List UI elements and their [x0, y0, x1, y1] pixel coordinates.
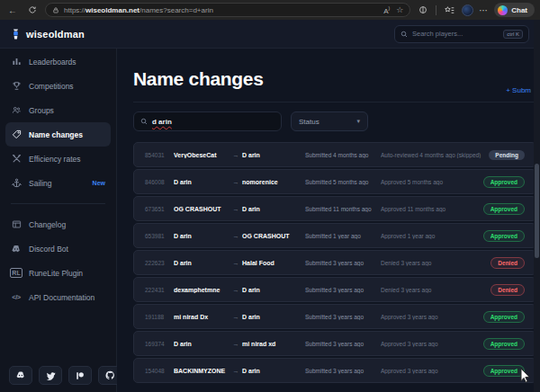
row-new-name: D arin — [242, 368, 305, 374]
browser-copilot-icon[interactable] — [416, 3, 430, 17]
row-new-name: OG CRASHOUT — [242, 233, 305, 239]
row-status-badge: Denied — [490, 257, 525, 269]
name-change-row[interactable]: 191188 mi nirad Dx → D arin Submitted 3 … — [133, 304, 536, 329]
row-id: 222431 — [145, 287, 174, 293]
patreon-link-button[interactable] — [68, 366, 92, 385]
wiseoldman-logo-icon — [11, 28, 21, 40]
row-new-name: D arin — [242, 152, 305, 158]
row-status-badge: Approved — [483, 176, 525, 188]
favorites-bar-icon[interactable] — [442, 3, 456, 17]
sidebar-divider — [11, 203, 105, 204]
search-shortcut-badge: ctrl K — [503, 30, 523, 39]
status-filter-dropdown[interactable]: Status ▾ — [291, 111, 368, 131]
name-change-row[interactable]: 222623 D arin → Halal Food Submitted 3 y… — [133, 250, 536, 275]
name-change-row[interactable]: 846008 D arin → nomorenice Submitted 5 m… — [133, 169, 536, 194]
title-divider — [133, 102, 536, 102]
discord-link-button[interactable] — [9, 366, 32, 385]
arrow-right-icon: → — [230, 178, 242, 186]
row-new-name: D arin — [242, 206, 305, 212]
row-submitted: Submitted 3 years ago — [305, 368, 381, 374]
row-old-name: VeryObeseCat — [174, 152, 230, 158]
row-status-badge: Approved — [483, 311, 525, 323]
row-new-name: Halal Food — [242, 260, 305, 266]
row-old-name: dexamphetmne — [174, 287, 230, 293]
changelog-icon — [11, 219, 22, 230]
row-status-badge: Approved — [483, 230, 525, 242]
sidebar-item-name-changes[interactable]: Name changes — [5, 122, 111, 147]
row-reviewed: Approved 3 years ago — [381, 341, 478, 347]
toolbar-divider — [436, 5, 436, 15]
browser-back-button[interactable]: ← — [5, 3, 20, 17]
row-id: 191188 — [145, 314, 174, 320]
sidebar-item-leaderboards[interactable]: Leaderboards — [0, 49, 116, 74]
sidebar-item-discord-bot[interactable]: Discord Bot — [0, 236, 116, 261]
row-status-badge: Approved — [483, 365, 525, 377]
name-change-row[interactable]: 169374 D arin → mi nirad xd Submitted 3 … — [133, 331, 536, 356]
submit-name-change-link[interactable]: + Subm — [506, 86, 531, 94]
search-icon — [140, 118, 148, 125]
player-search-input[interactable]: Search players... ctrl K — [394, 25, 529, 43]
row-id: 169374 — [145, 341, 174, 347]
site-header: wiseoldman Search players... ctrl K — [0, 20, 540, 49]
twitter-link-button[interactable] — [39, 366, 62, 385]
row-id: 222623 — [145, 260, 174, 266]
arrow-right-icon: → — [230, 259, 242, 267]
main-content: Name changes + Subm d arin Status ▾ 8540… — [117, 49, 540, 392]
new-badge: New — [93, 180, 105, 186]
row-old-name: D arin — [174, 179, 230, 185]
search-icon — [400, 31, 408, 38]
sidebar-item-api-documentation[interactable]: </> API Documentation — [0, 285, 116, 309]
sidebar-item-sailing[interactable]: Sailing New — [0, 171, 116, 195]
browser-profile-avatar[interactable] — [462, 4, 473, 16]
name-change-row[interactable]: 673651 OG CRASHOUT → D arin Submitted 11… — [133, 196, 536, 221]
sidebar-item-changelog[interactable]: Changelog — [0, 212, 116, 236]
row-reviewed: Approved 5 months ago — [381, 179, 478, 185]
row-reviewed: Approved 3 years ago — [381, 314, 478, 320]
sidebar-item-groups[interactable]: Groups — [0, 98, 116, 122]
name-change-row[interactable]: 653981 D arin → OG CRASHOUT Submitted 1 … — [133, 223, 536, 248]
row-reviewed: Denied 3 years ago — [381, 260, 485, 266]
groups-icon — [11, 105, 22, 116]
row-status-badge: Pending — [489, 150, 525, 160]
arrow-right-icon: → — [230, 286, 242, 294]
chevron-down-icon: ▾ — [356, 118, 360, 125]
brand-home-link[interactable]: wiseoldman — [11, 28, 85, 40]
sidebar-item-efficiency-rates[interactable]: Efficiency rates — [0, 147, 116, 171]
url-text: https://wiseoldman.net/names?search=d+ar… — [64, 6, 379, 14]
row-id: 846008 — [145, 179, 174, 185]
browser-menu-icon[interactable]: ⋯ — [479, 5, 489, 15]
row-submitted: Submitted 4 months ago — [305, 152, 381, 158]
lock-icon — [52, 6, 59, 14]
discord-icon — [11, 244, 22, 254]
row-old-name: mi nirad Dx — [174, 314, 230, 320]
row-submitted: Submitted 5 months ago — [305, 179, 381, 185]
row-reviewed: Approved 1 year ago — [381, 233, 478, 239]
sidebar-item-runelite-plugin[interactable]: RL RuneLite Plugin — [0, 261, 116, 285]
browser-toolbar: ← https://wiseoldman.net/names?search=d+… — [0, 0, 540, 20]
row-submitted: Submitted 11 months ago — [305, 206, 381, 212]
browser-reload-button[interactable] — [25, 3, 40, 17]
row-submitted: Submitted 3 years ago — [305, 314, 381, 320]
name-change-row[interactable]: 154048 BACKINMYZONE → D arin Submitted 3… — [133, 358, 536, 383]
row-id: 154048 — [145, 368, 174, 374]
read-aloud-icon[interactable]: A) — [383, 5, 390, 15]
favorite-star-icon[interactable]: ☆ — [396, 5, 403, 14]
browser-chat-button[interactable]: Chat — [494, 3, 535, 17]
sidebar-item-competitions[interactable]: Competitions — [0, 74, 116, 98]
scrollbar-thumb[interactable] — [535, 164, 539, 258]
row-submitted: Submitted 3 years ago — [305, 260, 381, 266]
page-scrollbar[interactable] — [534, 20, 540, 392]
row-reviewed: Approved 3 years ago — [381, 368, 478, 374]
code-icon: </> — [11, 292, 22, 303]
browser-address-bar[interactable]: https://wiseoldman.net/names?search=d+ar… — [45, 3, 410, 17]
row-status-badge: Denied — [490, 284, 525, 296]
row-submitted: Submitted 3 years ago — [305, 341, 381, 347]
name-search-input[interactable]: d arin — [133, 111, 282, 131]
filters-row: d arin Status ▾ — [133, 111, 536, 131]
leaderboards-icon — [11, 57, 22, 67]
row-reviewed: Denied 3 years ago — [381, 287, 485, 293]
name-change-row[interactable]: 854031 VeryObeseCat → D arin Submitted 4… — [133, 142, 536, 167]
name-change-row[interactable]: 222431 dexamphetmne → D arin Submitted 3… — [133, 277, 536, 302]
row-status-badge: Approved — [483, 338, 525, 350]
name-changes-list: 854031 VeryObeseCat → D arin Submitted 4… — [133, 142, 536, 383]
